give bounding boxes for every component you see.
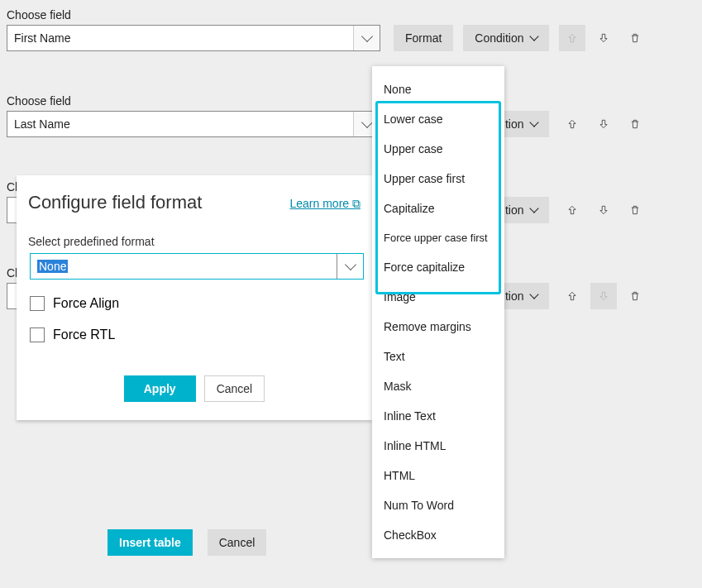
arrow-up-icon <box>566 204 578 216</box>
arrow-down-icon <box>598 290 609 302</box>
format-button[interactable]: Format <box>394 25 453 51</box>
learn-more-link[interactable]: Learn more ⧉ <box>290 192 361 211</box>
chevron-down-icon[interactable] <box>337 254 363 279</box>
condition-label: Condition <box>475 31 523 45</box>
arrow-down-icon <box>598 32 609 44</box>
delete-button[interactable] <box>622 111 648 137</box>
chevron-down-icon <box>529 289 538 299</box>
trash-icon <box>629 118 641 130</box>
field-select[interactable]: Last Name <box>7 111 380 137</box>
field-select-value: First Name <box>7 31 353 45</box>
move-up-button[interactable] <box>559 111 585 137</box>
arrow-up-icon <box>566 290 578 302</box>
menu-item-force-capitalize[interactable]: Force capitalize <box>372 252 504 282</box>
menu-item-inline-text[interactable]: Inline Text <box>372 401 504 431</box>
delete-button[interactable] <box>622 25 648 51</box>
field-select-value: Last Name <box>7 117 353 131</box>
field-select[interactable]: First Name <box>7 25 380 51</box>
field-label: Choose field <box>7 94 695 108</box>
menu-item-force-upper-case-first[interactable]: Force upper case first <box>372 223 504 252</box>
chevron-down-icon[interactable] <box>353 26 380 50</box>
arrow-down-icon <box>598 204 609 216</box>
apply-button[interactable]: Apply <box>124 375 196 402</box>
configure-field-format-modal: Configure field format Learn more ⧉ Sele… <box>17 175 372 420</box>
move-down-button[interactable] <box>590 25 617 51</box>
format-dropdown-menu: None Lower case Upper case Upper case fi… <box>372 66 504 558</box>
menu-item-text[interactable]: Text <box>372 342 504 371</box>
predefined-format-label: Select predefined format <box>28 235 361 248</box>
menu-item-html[interactable]: HTML <box>372 461 504 490</box>
force-rtl-checkbox[interactable] <box>30 327 45 342</box>
force-rtl-label: Force RTL <box>53 327 115 342</box>
trash-icon <box>629 32 641 44</box>
predefined-format-select[interactable]: None <box>30 253 364 280</box>
delete-button[interactable] <box>622 197 648 223</box>
menu-item-num-to-word[interactable]: Num To Word <box>372 490 504 520</box>
insert-table-button[interactable]: Insert table <box>107 529 193 556</box>
force-align-label: Force Align <box>53 296 119 311</box>
chevron-down-icon <box>529 117 538 127</box>
field-label: Choose field <box>7 8 695 22</box>
move-up-button[interactable] <box>559 283 585 309</box>
menu-item-none[interactable]: None <box>372 74 504 104</box>
condition-button[interactable]: Condition <box>463 25 548 51</box>
menu-item-lower-case[interactable]: Lower case <box>372 104 504 134</box>
move-up-button[interactable] <box>559 197 585 223</box>
arrow-down-icon <box>598 118 609 130</box>
move-down-button[interactable] <box>590 111 617 137</box>
menu-item-upper-case-first[interactable]: Upper case first <box>372 164 504 194</box>
menu-item-upper-case[interactable]: Upper case <box>372 134 504 164</box>
predefined-format-value: None <box>31 260 337 273</box>
menu-item-inline-html[interactable]: Inline HTML <box>372 431 504 461</box>
arrow-up-icon <box>566 32 578 44</box>
menu-item-image[interactable]: Image <box>372 282 504 312</box>
modal-title: Configure field format <box>28 192 202 213</box>
modal-cancel-button[interactable]: Cancel <box>204 375 265 402</box>
menu-item-capitalize[interactable]: Capitalize <box>372 194 504 223</box>
force-align-checkbox[interactable] <box>30 296 45 311</box>
move-down-button[interactable] <box>590 283 617 309</box>
cancel-button[interactable]: Cancel <box>208 529 267 556</box>
move-down-button[interactable] <box>590 197 617 223</box>
menu-item-checkbox[interactable]: CheckBox <box>372 520 504 550</box>
menu-item-mask[interactable]: Mask <box>372 371 504 401</box>
chevron-down-icon <box>529 31 538 41</box>
chevron-down-icon <box>529 203 538 213</box>
move-up-button[interactable] <box>559 25 585 51</box>
trash-icon <box>629 204 641 216</box>
delete-button[interactable] <box>622 283 648 309</box>
arrow-up-icon <box>566 118 578 130</box>
trash-icon <box>629 290 641 302</box>
menu-item-remove-margins[interactable]: Remove margins <box>372 312 504 342</box>
external-link-icon: ⧉ <box>352 197 361 210</box>
